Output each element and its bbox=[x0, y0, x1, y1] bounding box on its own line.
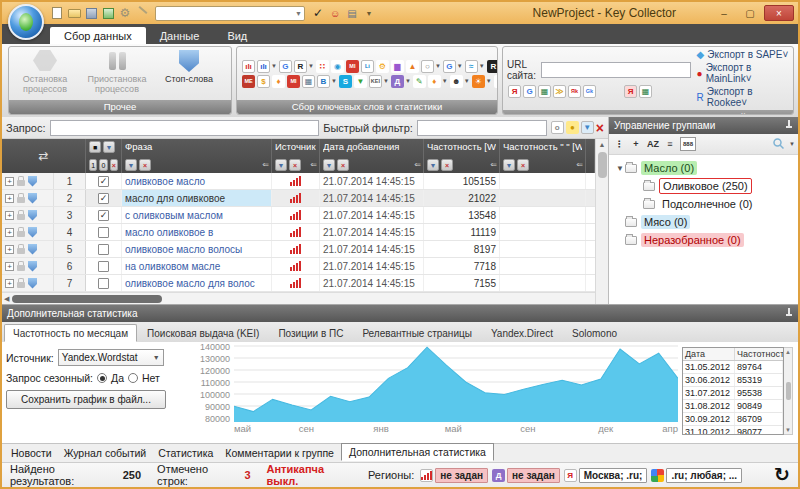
yandex-pos-icon[interactable]: Я bbox=[624, 85, 637, 98]
region-badge[interactable]: не задан bbox=[435, 468, 488, 483]
phrase-cell[interactable]: оливковое масло волосы bbox=[122, 241, 272, 257]
qat-customize-icon[interactable]: ▼ bbox=[362, 7, 376, 20]
filter-funnel-icon[interactable]: ▼ bbox=[503, 159, 515, 171]
phrase-cell[interactable]: на оливковом масле bbox=[122, 258, 272, 274]
row-checkbox[interactable]: ✓ bbox=[98, 210, 109, 221]
hand2-icon[interactable]: ♦▼ bbox=[428, 75, 448, 88]
excel-pos-icon[interactable]: ▦ bbox=[639, 85, 652, 98]
table-row[interactable]: +3✓с оливковым маслом21.07.2014 14:45:15… bbox=[2, 207, 595, 224]
megaindex-icon[interactable]: ME bbox=[242, 75, 255, 88]
expand-row-icon[interactable]: + bbox=[5, 262, 14, 271]
ribbon-tab-Сбор данных[interactable]: Сбор данных bbox=[50, 27, 146, 44]
table-row[interactable]: +4масло оливковое в21.07.2014 14:45:1511… bbox=[2, 224, 595, 241]
clear-filter-icon[interactable]: × bbox=[110, 159, 118, 171]
hand-icon[interactable]: ♦ bbox=[272, 75, 285, 88]
clear-filter-icon[interactable]: × bbox=[441, 159, 453, 171]
yandex-kei-icon[interactable]: Яk bbox=[568, 85, 581, 98]
app-logo-icon[interactable] bbox=[8, 4, 44, 40]
lock-icon[interactable] bbox=[17, 231, 25, 237]
stat-purple-icon[interactable]: ▆ bbox=[391, 60, 404, 73]
table-row[interactable]: +1✓оливковое масло21.07.2014 14:45:15105… bbox=[2, 173, 595, 190]
stats-tab-Yandex.Direct[interactable]: Yandex.Direct bbox=[482, 324, 562, 342]
column-settings-icon[interactable]: ⇄ bbox=[2, 139, 86, 173]
row-checkbox[interactable]: ✓ bbox=[98, 176, 109, 187]
stats-tab-Частотность по месяцам[interactable]: Частотность по месяцам bbox=[4, 324, 137, 342]
ribbon-button-shield-icon[interactable]: Стоп-слова bbox=[153, 47, 225, 100]
pin-column-icon[interactable]: ⇐ bbox=[576, 160, 583, 169]
excel-export-icon[interactable]: ▦ bbox=[538, 85, 551, 98]
shield-icon[interactable] bbox=[28, 176, 37, 187]
waves-hints-icon[interactable]: ≈▼ bbox=[465, 60, 485, 73]
clear-filter-icon[interactable]: × bbox=[289, 159, 301, 171]
save-project-icon[interactable] bbox=[84, 7, 98, 20]
groups-more-icon[interactable]: ▼ bbox=[789, 141, 795, 147]
seopult-icon[interactable]: $ bbox=[257, 75, 270, 88]
column-header-5[interactable]: Частотность " " [WS]▼×⇐ bbox=[500, 139, 586, 173]
captcha-icon[interactable]: ☺ bbox=[328, 7, 342, 20]
filter-settings-icon[interactable]: o bbox=[551, 121, 564, 134]
expand-row-icon[interactable]: + bbox=[5, 228, 14, 237]
expand-row-icon[interactable]: + bbox=[5, 245, 14, 254]
wizard-wand-icon[interactable] bbox=[135, 7, 149, 20]
row-checkbox[interactable]: ✓ bbox=[98, 193, 109, 204]
phrase-cell[interactable]: масло для оливковое bbox=[122, 190, 272, 206]
expand-row-icon[interactable]: + bbox=[5, 177, 14, 186]
bulb-icon[interactable]: ● bbox=[566, 121, 579, 134]
sort-az-icon[interactable]: AZ bbox=[646, 137, 660, 151]
apply-check-icon[interactable]: ✓ bbox=[311, 7, 325, 20]
sape-export-button[interactable]: ◆Экспорт в SAPE˅ bbox=[697, 49, 789, 60]
pin-column-icon[interactable]: ⇐ bbox=[262, 160, 269, 169]
expand-row-icon[interactable]: + bbox=[5, 211, 14, 220]
source-select[interactable]: Yandex.Wordstat▼ bbox=[58, 349, 164, 366]
webmaster-icon[interactable]: ◉ bbox=[331, 60, 344, 73]
rookee-export-button[interactable]: RЭкспорт в Rookee˅ bbox=[697, 86, 789, 108]
counts-icon[interactable]: 888 bbox=[680, 137, 696, 151]
pin-column-icon[interactable]: ⇐ bbox=[414, 160, 421, 169]
tree-item[interactable]: Подсолнечное (0) bbox=[611, 195, 796, 213]
google-pages-icon[interactable]: G bbox=[523, 85, 536, 98]
yandex-pages-icon[interactable]: Я bbox=[508, 85, 521, 98]
open-project-icon[interactable] bbox=[67, 7, 81, 20]
query-input[interactable] bbox=[50, 120, 320, 136]
quick-filter-input[interactable] bbox=[417, 120, 547, 136]
bottom-tab-Новости[interactable]: Новости bbox=[6, 445, 57, 461]
tree-item[interactable]: Неразобранное (0) bbox=[611, 231, 796, 249]
bing-icon[interactable]: B▼ bbox=[317, 75, 337, 88]
stats-pin-icon[interactable] bbox=[785, 308, 793, 320]
lock-icon[interactable] bbox=[17, 214, 25, 220]
filter-funnel-icon[interactable]: ▼ bbox=[103, 141, 115, 153]
row-checkbox[interactable] bbox=[98, 244, 109, 255]
check-zero-icon[interactable]: 0 bbox=[99, 159, 107, 171]
rambler-stat-icon[interactable]: R▼ bbox=[294, 60, 314, 73]
column-header-4[interactable]: Частотность [WS]▼×⇐ bbox=[424, 139, 500, 173]
skype-icon[interactable]: S bbox=[339, 75, 352, 88]
horizontal-scrollbar[interactable]: ◀ bbox=[2, 292, 595, 304]
clear-filter-icon[interactable]: × bbox=[517, 159, 529, 171]
filter-funnel-icon[interactable]: ▼ bbox=[125, 159, 137, 171]
bottom-tab-Дополнительная статистика[interactable]: Дополнительная статистика bbox=[341, 443, 494, 461]
sort-color-icon[interactable]: ≡ bbox=[663, 137, 677, 151]
maximize-button[interactable]: ▢ bbox=[738, 5, 762, 21]
quick-search-combo[interactable]: ▼ bbox=[155, 6, 305, 21]
phrase-cell[interactable]: оливковое масло для волос bbox=[122, 275, 272, 291]
shield-icon[interactable] bbox=[28, 210, 37, 221]
expand-row-icon[interactable]: + bbox=[5, 194, 14, 203]
filter-funnel-icon[interactable]: ▼ bbox=[275, 159, 287, 171]
stat-trend-icon[interactable]: ▲ bbox=[406, 60, 419, 73]
stats-tab-Позиции в ПС[interactable]: Позиции в ПС bbox=[269, 324, 352, 342]
pin-column-icon[interactable]: ⇐ bbox=[310, 160, 317, 169]
filter-funnel-icon[interactable]: ▼ bbox=[427, 159, 439, 171]
bottom-tab-Журнал событий[interactable]: Журнал событий bbox=[59, 445, 152, 461]
calculator-icon[interactable]: ▦ bbox=[302, 75, 315, 88]
tree-expand-icon[interactable]: ▼ bbox=[615, 164, 625, 173]
wordstat-collect-icon[interactable]: ılı bbox=[242, 60, 255, 73]
shield-icon[interactable] bbox=[28, 261, 37, 272]
stats-tab-Релевантные страницы[interactable]: Релевантные страницы bbox=[353, 324, 481, 342]
row-checkbox[interactable] bbox=[98, 278, 109, 289]
freq-table-scrollbar[interactable]: ▲▼ bbox=[784, 347, 793, 435]
tree-item[interactable]: Оливковое (250) bbox=[611, 177, 796, 195]
select-all-icon[interactable]: ■ bbox=[89, 141, 101, 153]
mainlink-export-button[interactable]: ●Экспорт в MainLink˅ bbox=[697, 62, 789, 84]
liveinternet-icon[interactable]: Li bbox=[361, 60, 374, 73]
vertical-scrollbar[interactable]: ▲ bbox=[595, 139, 608, 304]
